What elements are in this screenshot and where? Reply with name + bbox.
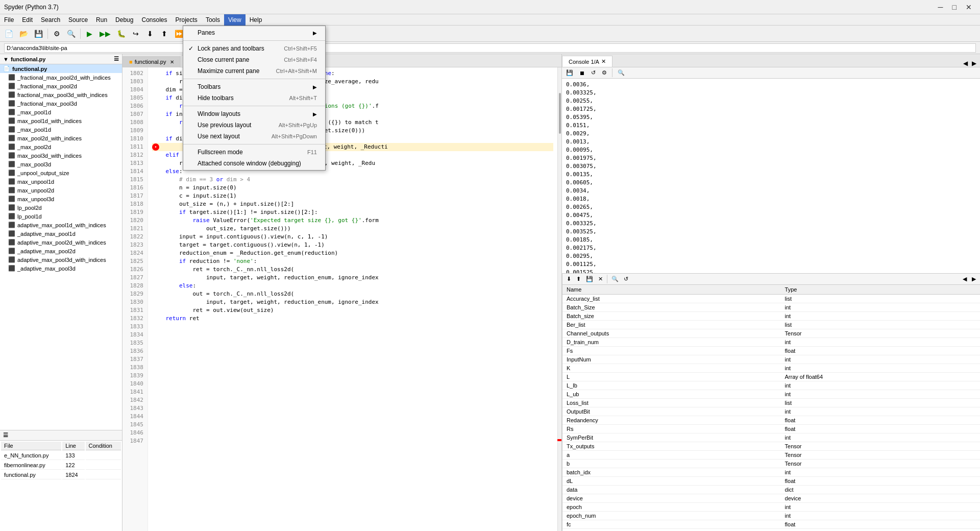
hide-toolbars-label: Hide toolbars — [198, 94, 234, 102]
view-menu: Panes ▶ Lock panes and toolbars Ctrl+Shi… — [183, 26, 326, 171]
next-layout-label: Use next layout — [198, 133, 240, 140]
view-menu-section-2: Lock panes and toolbars Ctrl+Shift+F5 Cl… — [183, 42, 325, 78]
view-menu-fullscreen[interactable]: Fullscreen mode F11 — [183, 147, 325, 158]
maximize-pane-shortcut: Ctrl+Alt+Shift+M — [276, 68, 317, 74]
toolbars-label: Toolbars — [198, 83, 220, 90]
close-pane-shortcut: Ctrl+Shift+F4 — [284, 57, 317, 63]
hide-toolbars-shortcut: Alt+Shift+T — [289, 95, 317, 101]
view-menu-close-pane[interactable]: Close current pane Ctrl+Shift+F4 — [183, 54, 325, 65]
panes-arrow: ▶ — [313, 30, 317, 36]
view-menu-next-layout[interactable]: Use next layout Alt+Shift+PgDown — [183, 131, 325, 142]
view-menu-lock-panes[interactable]: Lock panes and toolbars Ctrl+Shift+F5 — [183, 43, 325, 54]
view-menu-maximize-pane[interactable]: Maximize current pane Ctrl+Alt+Shift+M — [183, 65, 325, 77]
close-pane-label: Close current pane — [198, 56, 249, 63]
view-menu-hide-toolbars[interactable]: Hide toolbars Alt+Shift+T — [183, 92, 325, 104]
panes-label: Panes — [198, 29, 215, 36]
view-menu-div-4 — [183, 144, 325, 144]
view-menu-div-2 — [183, 79, 325, 79]
toolbars-arrow: ▶ — [313, 84, 317, 90]
window-layouts-arrow: ▶ — [313, 111, 317, 117]
view-menu-div-3 — [183, 106, 325, 106]
prev-layout-shortcut: Alt+Shift+PgUp — [279, 122, 317, 128]
next-layout-shortcut: Alt+Shift+PgDown — [272, 133, 317, 139]
fullscreen-shortcut: F11 — [307, 149, 317, 155]
attached-console-label: Attached console window (debugging) — [198, 160, 301, 167]
view-menu-panes[interactable]: Panes ▶ — [183, 27, 325, 38]
view-menu-attached-console[interactable]: Attached console window (debugging) — [183, 158, 325, 169]
fullscreen-label: Fullscreen mode — [198, 149, 243, 156]
view-menu-section-5: Fullscreen mode F11 Attached console win… — [183, 146, 325, 170]
prev-layout-label: Use previous layout — [198, 122, 251, 129]
view-menu-toolbars[interactable]: Toolbars ▶ — [183, 81, 325, 92]
view-menu-window-layouts[interactable]: Window layouts ▶ — [183, 108, 325, 119]
window-layouts-label: Window layouts — [198, 110, 240, 117]
view-menu-section-1: Panes ▶ — [183, 26, 325, 39]
maximize-pane-label: Maximize current pane — [198, 67, 259, 75]
view-menu-prev-layout[interactable]: Use previous layout Alt+Shift+PgUp — [183, 119, 325, 131]
view-menu-section-3: Toolbars ▶ Hide toolbars Alt+Shift+T — [183, 80, 325, 105]
lock-panes-shortcut: Ctrl+Shift+F5 — [284, 45, 317, 52]
lock-panes-label: Lock panes and toolbars — [198, 45, 264, 52]
dropdown-overlay[interactable] — [0, 0, 980, 531]
view-menu-section-4: Window layouts ▶ Use previous layout Alt… — [183, 107, 325, 143]
view-menu-div-1 — [183, 40, 325, 41]
